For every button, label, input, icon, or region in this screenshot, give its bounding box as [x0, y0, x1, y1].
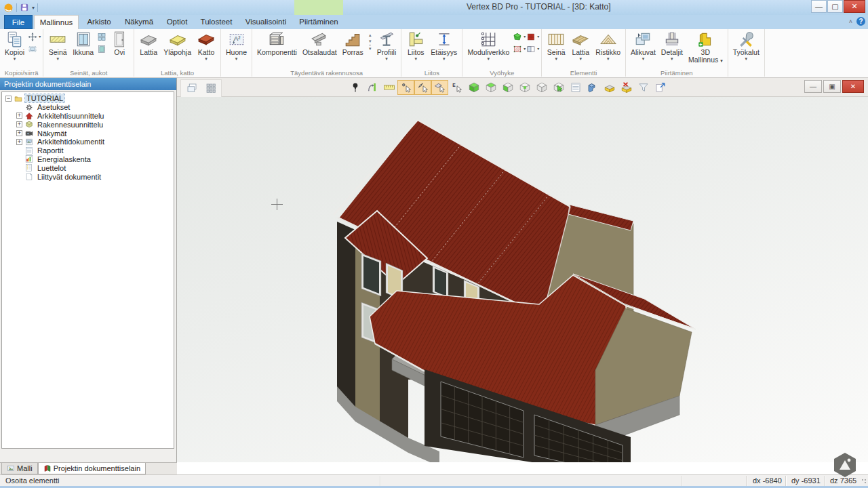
tree-item-energialaskenta[interactable]: Energialaskenta [2, 155, 174, 164]
tab-piirt-minen[interactable]: Piirtäminen [294, 15, 343, 29]
ribbon-button-ovi[interactable]: Ovi [107, 30, 132, 57]
ribbon-button-katto[interactable]: Katto▾ [194, 30, 218, 62]
nav-cube-widget[interactable] [831, 451, 859, 479]
ribbon-button-ty-kalut[interactable]: Työkalut▾ [730, 30, 762, 62]
ribbon-button-sein[interactable]: Seinä▾ [45, 30, 70, 62]
tab-file[interactable]: File [4, 15, 33, 29]
ribbon-small-zonered[interactable]: ▾ [526, 32, 539, 42]
tree-item-label: Energialaskenta [36, 155, 92, 163]
tree-expander-icon[interactable]: − [5, 96, 12, 102]
title-bar: ▾ Vertex BD Pro - TUTORIAL - [3D: Katto]… [0, 0, 868, 16]
cascade-icon [186, 82, 198, 94]
ribbon-button-moduliverkko[interactable]: Moduliverkko▾ [465, 30, 512, 62]
vp-tool-part3d[interactable] [584, 80, 601, 95]
tree-item-liittyv-t-dokumentit[interactable]: Liittyvät dokumentit [2, 172, 174, 181]
tree-item-raportit[interactable]: Raportit [2, 146, 174, 155]
panel-tab-malli[interactable]: Malli [1, 463, 38, 474]
ribbon-button-profiili[interactable]: Profiili▾ [374, 30, 399, 62]
vp-tool-cubetop[interactable] [482, 80, 499, 95]
tab-mallinnus[interactable]: Mallinnus [34, 15, 79, 29]
fascia-icon [310, 30, 329, 48]
vp-tool-drawer[interactable] [601, 80, 618, 95]
ribbon-button-lattia[interactable]: Lattia▾ [568, 30, 593, 62]
doc-minimize-button[interactable]: — [804, 80, 822, 93]
tab-arkisto[interactable]: Arkisto [80, 15, 118, 29]
doc-restore-button[interactable]: ▣ [823, 80, 841, 93]
ribbon-button-otsalaudat[interactable]: Otsalaudat [300, 30, 340, 57]
ribbon-button-ristikko[interactable]: Ristikko▾ [593, 30, 623, 62]
tree-expander-icon[interactable]: + [16, 113, 22, 119]
tab-n-kym[interactable]: Näkymä [119, 15, 159, 29]
vp-tool-cubewhite[interactable] [533, 80, 550, 95]
tree-expander-icon[interactable]: + [16, 130, 22, 136]
doc-close-button[interactable]: ✕ [842, 80, 864, 93]
vp-tool-snapline[interactable] [414, 80, 431, 95]
tree-item-luettelot[interactable]: Luettelot [2, 163, 174, 172]
ribbon-collapse-icon[interactable]: ˄ [849, 18, 852, 25]
vp-tool-pin[interactable] [347, 80, 363, 95]
vp-tool-trace[interactable] [363, 80, 380, 95]
ribbon-small-grid4[interactable] [96, 32, 107, 42]
ribbon-button-liitos[interactable]: Liitos▾ [403, 30, 428, 62]
tree-item-asetukset[interactable]: Asetukset [2, 103, 174, 112]
vp-tool-drawerx[interactable] [618, 80, 635, 95]
vp-tool-list[interactable] [567, 80, 584, 95]
ribbon-button-detaljit[interactable]: Detaljit▾ [658, 30, 686, 62]
vp-tool-cubeframe[interactable] [516, 80, 533, 95]
ribbon-button-yl-pohja[interactable]: Yläpohja [161, 30, 194, 57]
cubeframe-icon [519, 81, 531, 94]
vp-tool-snapE[interactable]: E [448, 80, 465, 95]
ribbon-button-lattia[interactable]: Lattia [136, 30, 161, 57]
save-icon[interactable] [20, 3, 29, 12]
vp-tool-ruler[interactable] [380, 80, 397, 95]
ribbon-button-sein[interactable]: Seinä▾ [544, 30, 568, 62]
tab-visualisointi[interactable]: Visualisointi [239, 15, 293, 29]
tree-expander-icon[interactable]: + [16, 139, 22, 145]
tree-item-arkkitehtisuunnittelu[interactable]: +Arkkitehtisuunnittelu [2, 112, 174, 121]
ribbon-button-porras[interactable]: Porras [340, 30, 366, 57]
ribbon-button-komponentti[interactable]: Komponentti [254, 30, 300, 57]
ribbon-group-kopioi-siirr: Kopioi▾▾Kopioi/siirrä [0, 29, 43, 77]
drawer-icon [604, 81, 616, 94]
vp-tool-cubeselect[interactable] [550, 80, 567, 95]
vp-tool-cascade[interactable] [183, 81, 200, 96]
ribbon-button-huone[interactable]: A²Huone▾ [223, 30, 250, 62]
tab-optiot[interactable]: Optiot [160, 15, 194, 29]
close-button[interactable]: ✕ [844, 0, 865, 13]
3d-viewport[interactable]: E — ▣ ✕ [177, 78, 868, 462]
vp-tool-snapface[interactable] [431, 80, 448, 95]
pin-icon [349, 81, 361, 94]
vp-tool-export[interactable] [652, 80, 669, 95]
qat-dropdown-icon[interactable]: ▾ [32, 5, 35, 11]
ribbon-button-alikuvat[interactable]: Alikuvat▾ [628, 30, 658, 62]
help-icon[interactable]: ? [856, 17, 865, 26]
ribbon-small-move[interactable]: ▾ [27, 32, 41, 42]
tree-item-label: Rakennesuunnittelu [36, 121, 104, 129]
tree-item-tutorial[interactable]: −TUTORIAL [2, 94, 174, 103]
maximize-button[interactable]: ▢ [827, 0, 843, 13]
panel-tab-projektin-dokumenttiselain[interactable]: Projektin dokumenttiselain [38, 463, 146, 474]
vp-tool-funnel[interactable] [635, 80, 652, 95]
ribbon-small-zonehatch[interactable]: ▾ [512, 44, 526, 54]
vp-tool-cubegreen[interactable] [465, 80, 482, 95]
ribbon-small-zonesplit[interactable]: ▾ [526, 44, 539, 54]
tree-item-n-kym-t[interactable]: +Näkymät [2, 129, 174, 138]
ribbon-button-et-isyys[interactable]: Etäisyys▾ [428, 30, 460, 62]
ribbon-button-kopioi[interactable]: Kopioi▾ [2, 30, 27, 62]
tab-tulosteet[interactable]: Tulosteet [195, 15, 237, 29]
ribbon-button-ikkuna[interactable]: Ikkuna [70, 30, 96, 57]
resize-grip[interactable] [861, 479, 867, 484]
minimize-button[interactable]: — [811, 0, 827, 13]
vp-tool-snappoint[interactable] [397, 80, 414, 95]
crosshair-cursor [271, 199, 283, 210]
tree-item-rakennesuunnittelu[interactable]: +Rakennesuunnittelu [2, 120, 174, 129]
tree-item-arkkitehtidokumentit[interactable]: +Arkkitehtidokumentit [2, 138, 174, 146]
gallery-scroll[interactable]: ▴▾▾ [366, 30, 374, 51]
vp-tool-gridpanel[interactable] [202, 81, 219, 96]
ribbon-button-3d-mallinnus[interactable]: 3DMallinnus ▾ [686, 30, 726, 65]
ribbon-small-frame[interactable] [27, 44, 41, 54]
tree-expander-icon[interactable]: + [16, 121, 22, 127]
vp-tool-cubefront[interactable] [499, 80, 516, 95]
ribbon-small-zonegreen[interactable]: ▾ [512, 32, 526, 42]
ribbon-small-windowsmall[interactable] [96, 44, 107, 54]
